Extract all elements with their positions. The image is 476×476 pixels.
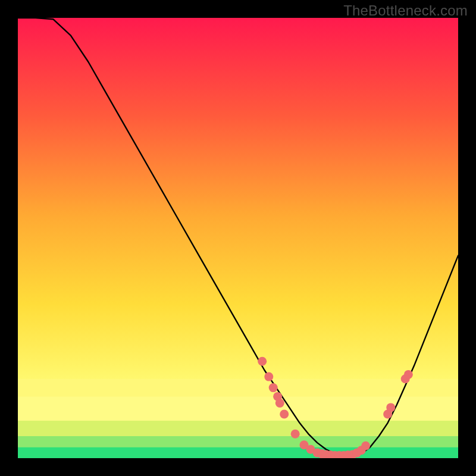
bands-layer (18, 379, 458, 458)
svg-point-11 (280, 410, 289, 419)
svg-point-26 (361, 441, 370, 450)
watermark-text: TheBottleneck.com (343, 2, 468, 19)
svg-point-10 (275, 399, 284, 408)
svg-point-28 (386, 403, 395, 412)
svg-rect-1 (18, 379, 458, 397)
svg-point-30 (404, 370, 413, 379)
chart-stage: TheBottleneck.com (0, 0, 476, 476)
chart-svg (18, 18, 458, 458)
svg-point-8 (269, 383, 278, 392)
svg-rect-5 (18, 447, 458, 459)
svg-rect-4 (18, 436, 458, 447)
svg-point-12 (291, 430, 300, 439)
svg-point-7 (264, 372, 273, 381)
plot-area (18, 18, 458, 458)
svg-point-6 (258, 357, 267, 366)
svg-rect-3 (18, 421, 458, 436)
